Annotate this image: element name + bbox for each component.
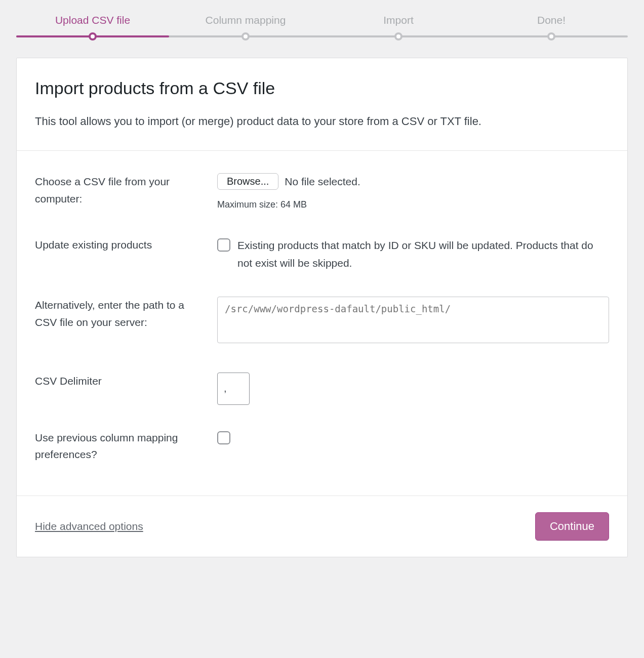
step-upload: Upload CSV file: [16, 14, 169, 26]
progress-dot-1: [89, 32, 97, 40]
label-choose-file: Choose a CSV file from your computer:: [35, 173, 217, 207]
step-mapping: Column mapping: [169, 14, 322, 26]
file-status: No file selected.: [285, 173, 360, 190]
input-server-path[interactable]: [217, 297, 609, 343]
progress-dot-2: [242, 32, 250, 40]
input-delimiter[interactable]: [217, 373, 250, 405]
page-title: Import products from a CSV file: [35, 78, 609, 98]
card-footer: Hide advanced options Continue: [17, 496, 627, 557]
step-done: Done!: [475, 14, 628, 26]
continue-button[interactable]: Continue: [535, 512, 609, 541]
label-update-existing: Update existing products: [35, 236, 217, 254]
page-description: This tool allows you to import (or merge…: [35, 112, 609, 130]
progress-stepper: Upload CSV file Column mapping Import Do…: [16, 0, 628, 58]
max-size-hint: Maximum size: 64 MB: [217, 197, 609, 212]
progress-dot-4: [547, 32, 555, 40]
toggle-advanced-link[interactable]: Hide advanced options: [35, 520, 143, 532]
label-use-previous: Use previous column mapping preferences?: [35, 429, 217, 463]
row-server-path: Alternatively, enter the path to a CSV f…: [35, 284, 609, 360]
row-choose-file: Choose a CSV file from your computer: Br…: [35, 161, 609, 224]
card-header: Import products from a CSV file This too…: [17, 58, 627, 151]
checkbox-update-existing[interactable]: [217, 238, 230, 252]
form-body: Choose a CSV file from your computer: Br…: [17, 151, 627, 496]
desc-update-existing: Existing products that match by ID or SK…: [237, 236, 609, 272]
row-delimiter: CSV Delimiter: [35, 360, 609, 417]
checkbox-use-previous[interactable]: [217, 431, 230, 444]
row-use-previous: Use previous column mapping preferences?: [35, 417, 609, 475]
step-import: Import: [322, 14, 475, 26]
row-update-existing: Update existing products Existing produc…: [35, 224, 609, 284]
browse-button[interactable]: Browse...: [217, 173, 278, 190]
import-card: Import products from a CSV file This too…: [16, 58, 628, 557]
label-server-path: Alternatively, enter the path to a CSV f…: [35, 297, 217, 331]
progress-dot-3: [394, 32, 402, 40]
label-delimiter: CSV Delimiter: [35, 373, 217, 390]
progress-track: [16, 35, 628, 37]
